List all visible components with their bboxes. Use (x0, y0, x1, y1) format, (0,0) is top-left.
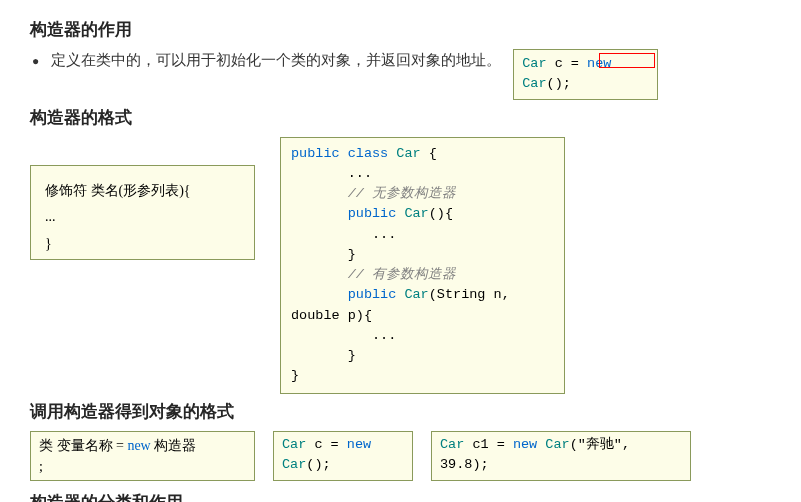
c: Car (404, 206, 428, 221)
t: (); (306, 457, 330, 472)
section2-title: 构造器的格式 (30, 106, 781, 129)
kw-car2: Car (522, 76, 546, 91)
section4-title: 构造器的分类和作用 (30, 491, 781, 503)
c: double p){ (291, 308, 372, 323)
txt2: (); (547, 76, 571, 91)
t: Car (440, 437, 464, 452)
code-box-top: Car c = new Car(); (513, 49, 658, 100)
t: new (513, 437, 545, 452)
c: } (291, 348, 356, 363)
c: ... (291, 328, 396, 343)
c: public class (291, 146, 396, 161)
c: // 有参数构造器 (291, 267, 456, 282)
t: Car (282, 457, 306, 472)
t: Car (545, 437, 569, 452)
c: Car (396, 146, 420, 161)
invoke-example2-box: Car c1 = new Car("奔驰", 39.8); (431, 431, 691, 481)
c: Car (404, 287, 428, 302)
c: (){ (429, 206, 453, 221)
big-code-box: public class Car { ... // 无参数构造器 public … (280, 137, 565, 394)
fmt-l3: } (45, 231, 240, 258)
t: ("奔驰", (570, 437, 630, 452)
section1-title: 构造器的作用 (30, 18, 781, 41)
bullet-text: 定义在类中的，可以用于初始化一个类的对象，并返回对象的地址。 (51, 49, 501, 71)
t: c = (306, 437, 347, 452)
c: // 无参数构造器 (291, 186, 456, 201)
bullet-dot: ● (32, 50, 39, 72)
c: public (291, 206, 404, 221)
t: 39.8); (440, 455, 682, 475)
t: new (347, 437, 371, 452)
red-highlight-box (599, 53, 655, 68)
t: ; (39, 456, 246, 477)
c: { (421, 146, 437, 161)
row-invoke: 类 变量名称 = new 构造器 ; Car c = new Car(); Ca… (30, 431, 781, 481)
section3-title: 调用构造器得到对象的格式 (30, 400, 781, 423)
txt: c = (547, 56, 588, 71)
t: new (127, 438, 150, 453)
t: 构造器 (151, 438, 197, 453)
c: } (291, 368, 299, 383)
format-syntax-box: 修饰符 类名(形参列表){ ... } (30, 165, 255, 260)
row-format: 修饰符 类名(形参列表){ ... } public class Car { .… (30, 137, 781, 394)
c: } (291, 247, 356, 262)
t: c1 = (464, 437, 513, 452)
t: 类 变量名称 = (39, 438, 127, 453)
bullet-purpose: ● 定义在类中的，可以用于初始化一个类的对象，并返回对象的地址。 (32, 49, 501, 72)
c: public (291, 287, 404, 302)
invoke-example1-box: Car c = new Car(); (273, 431, 413, 481)
fmt-l2: ... (45, 204, 240, 231)
t: Car (282, 437, 306, 452)
invoke-syntax-box: 类 变量名称 = new 构造器 ; (30, 431, 255, 481)
row-purpose: ● 定义在类中的，可以用于初始化一个类的对象，并返回对象的地址。 Car c =… (30, 49, 781, 100)
c: ... (291, 166, 372, 181)
fmt-l1: 修饰符 类名(形参列表){ (45, 178, 240, 205)
c: ... (291, 227, 396, 242)
c: (String n, (429, 287, 510, 302)
kw-car: Car (522, 56, 546, 71)
